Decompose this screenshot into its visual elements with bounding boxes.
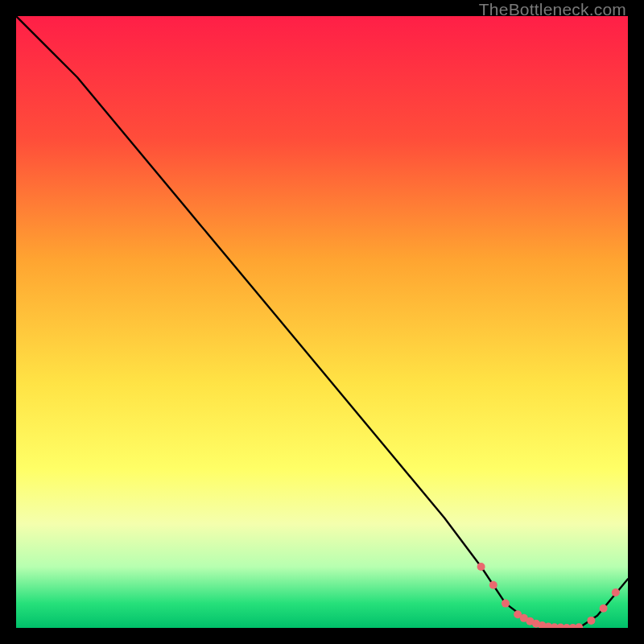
curve-marker [587,617,595,625]
chart-stage: TheBottleneck.com [0,0,644,644]
curve-marker [600,605,608,613]
curve-marker [477,563,485,571]
plot-area [16,16,628,628]
curve-marker [489,581,497,589]
curve-marker [612,588,620,597]
chart-svg [16,16,628,628]
curve-marker [502,600,510,608]
gradient-background [16,16,628,628]
